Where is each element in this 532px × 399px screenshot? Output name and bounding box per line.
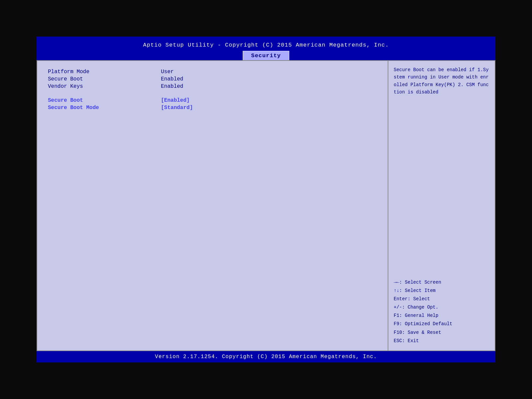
main-title: Aptio Setup Utility - Copyright (C) 2015… bbox=[37, 39, 495, 51]
tab-security[interactable]: Security bbox=[243, 51, 289, 60]
bios-container: Aptio Setup Utility - Copyright (C) 2015… bbox=[37, 37, 495, 362]
value-vendor-keys: Enabled bbox=[161, 83, 183, 89]
key-f9: F9: Optimized Default bbox=[394, 320, 489, 328]
tab-bar: Security bbox=[37, 51, 495, 60]
key-esc: ESC: Exit bbox=[394, 337, 489, 345]
key-select-item: ↑↓: Select Item bbox=[394, 287, 489, 295]
label-secure-boot-status: Secure Boot bbox=[48, 76, 161, 82]
footer-bar: Version 2.17.1254. Copyright (C) 2015 Am… bbox=[37, 351, 495, 362]
setting-row-vendor-keys: Vendor Keys Enabled bbox=[48, 83, 377, 89]
setting-row-secure-boot[interactable]: Secure Boot [Enabled] bbox=[48, 97, 377, 103]
key-change-opt: +/-: Change Opt. bbox=[394, 303, 489, 312]
help-description: Secure Boot can be enabled if 1.System r… bbox=[394, 66, 489, 96]
value-secure-boot-mode: [Standard] bbox=[161, 105, 193, 111]
left-panel: Platform Mode User Secure Boot Enabled V… bbox=[37, 61, 388, 350]
label-vendor-keys: Vendor Keys bbox=[48, 83, 161, 89]
right-panel: Secure Boot can be enabled if 1.System r… bbox=[388, 61, 495, 350]
label-platform-mode: Platform Mode bbox=[48, 69, 161, 75]
key-f1: F1: General Help bbox=[394, 312, 489, 320]
setting-row-secure-boot-mode[interactable]: Secure Boot Mode [Standard] bbox=[48, 105, 377, 111]
value-secure-boot: [Enabled] bbox=[161, 97, 190, 103]
label-secure-boot: Secure Boot bbox=[48, 97, 161, 103]
main-content: Platform Mode User Secure Boot Enabled V… bbox=[37, 60, 495, 351]
key-help: →←: Select Screen ↑↓: Select Item Enter:… bbox=[394, 278, 489, 345]
value-secure-boot-status: Enabled bbox=[161, 76, 183, 82]
key-f10: F10: Save & Reset bbox=[394, 329, 489, 337]
footer-text: Version 2.17.1254. Copyright (C) 2015 Am… bbox=[155, 354, 377, 360]
setting-row-secure-boot-status: Secure Boot Enabled bbox=[48, 76, 377, 82]
setting-row-platform-mode: Platform Mode User bbox=[48, 69, 377, 75]
label-secure-boot-mode: Secure Boot Mode bbox=[48, 105, 161, 111]
key-enter: Enter: Select bbox=[394, 295, 489, 303]
value-platform-mode: User bbox=[161, 69, 174, 75]
title-bar: Aptio Setup Utility - Copyright (C) 2015… bbox=[37, 37, 495, 60]
key-select-screen: →←: Select Screen bbox=[394, 278, 489, 287]
